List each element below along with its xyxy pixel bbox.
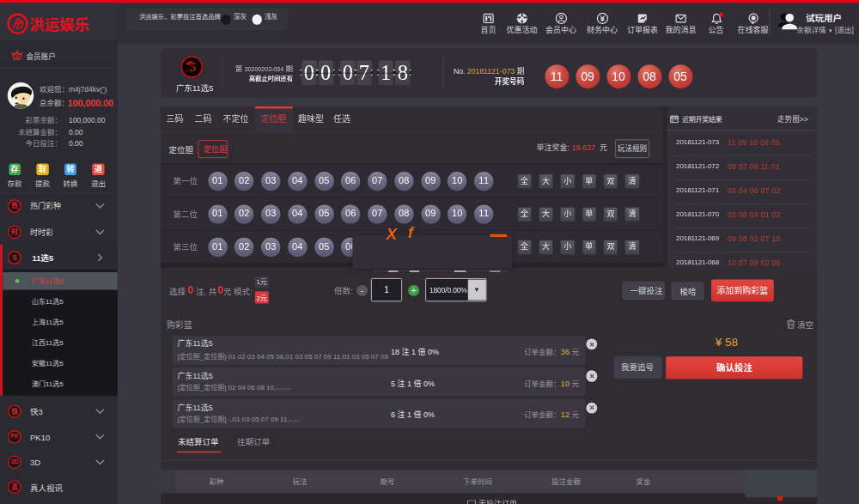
svg-text:11选: 11选 bbox=[185, 68, 192, 73]
